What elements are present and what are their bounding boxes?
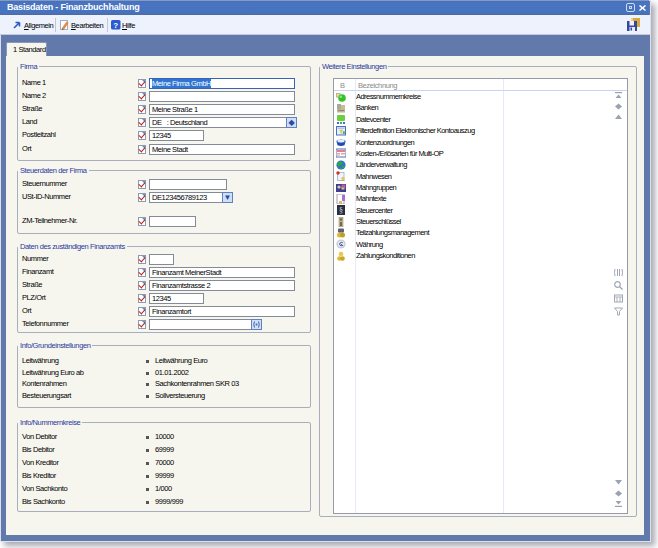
svg-text:§: §: [339, 206, 343, 215]
svg-text:?: ?: [113, 21, 118, 30]
